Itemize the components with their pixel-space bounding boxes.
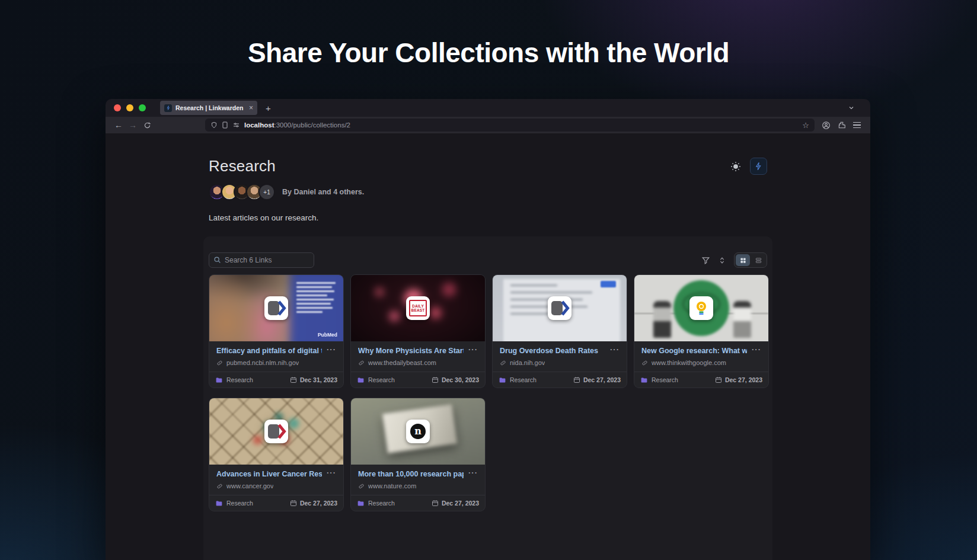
- link-icon: [500, 360, 506, 366]
- more-options-icon[interactable]: ···: [468, 347, 478, 353]
- collection-badge: Research: [226, 376, 253, 383]
- toolbar-right-icons: [822, 121, 861, 130]
- link-title[interactable]: Why More Physicists Are Starting to...: [358, 347, 464, 355]
- grid-view-button[interactable]: [736, 254, 750, 266]
- new-tab-button[interactable]: +: [266, 103, 271, 113]
- menu-hamburger-icon[interactable]: [853, 122, 861, 129]
- calendar-icon: [432, 376, 439, 383]
- sort-icon[interactable]: [718, 256, 726, 265]
- nida-favicon-badge: [548, 296, 571, 320]
- avatar-overflow-badge: +1: [258, 184, 275, 200]
- link-icon: [216, 360, 223, 366]
- calendar-icon: [290, 376, 297, 383]
- link-title[interactable]: New Google research: What we no...: [641, 347, 747, 355]
- collection-badge: Research: [652, 376, 678, 383]
- thinkwithgoogle-favicon-badge: [689, 296, 713, 320]
- permissions-sliders-icon[interactable]: [232, 121, 240, 129]
- link-date: Dec 27, 2023: [300, 500, 337, 507]
- close-tab-icon[interactable]: ×: [249, 104, 253, 112]
- view-toggle: [734, 252, 767, 268]
- linkwarden-logo[interactable]: [750, 158, 767, 175]
- tab-list-chevron-down-icon[interactable]: [848, 104, 855, 111]
- more-options-icon[interactable]: ···: [468, 470, 478, 476]
- links-panel: PubMed Efficacy and pitfalls of digital …: [203, 236, 772, 560]
- link-icon: [358, 483, 365, 489]
- link-title[interactable]: More than 10,000 research papers ...: [358, 470, 464, 478]
- more-options-icon[interactable]: ···: [327, 470, 336, 476]
- shield-icon[interactable]: [210, 121, 218, 129]
- window-controls: [114, 104, 146, 111]
- url-text: localhost:3000/public/collections/2: [244, 121, 798, 129]
- folder-icon: [215, 376, 223, 384]
- tab-title: Research | Linkwarden: [175, 104, 245, 111]
- back-button[interactable]: ←: [111, 118, 126, 132]
- link-card-nida[interactable]: Drug Overdose Death Rates ··· nida.nih.g…: [492, 274, 627, 388]
- link-card-dailybeast[interactable]: DAILYBEAST Why More Physicists Are Start…: [350, 274, 486, 388]
- search-icon: [213, 256, 221, 264]
- link-card-pubmed[interactable]: PubMed Efficacy and pitfalls of digital …: [209, 274, 344, 388]
- link-icon: [358, 360, 365, 366]
- filter-funnel-icon[interactable]: [701, 256, 710, 265]
- minimize-window-button[interactable]: [126, 104, 133, 111]
- extensions-puzzle-icon[interactable]: [838, 121, 846, 129]
- link-preview-image: [209, 398, 343, 465]
- link-card-thinkwithgoogle[interactable]: New Google research: What we no... ··· w…: [634, 274, 769, 388]
- folder-icon: [640, 376, 648, 384]
- collection-badge: Research: [226, 500, 253, 507]
- more-options-icon[interactable]: ···: [610, 347, 620, 353]
- search-input[interactable]: [209, 252, 314, 268]
- more-options-icon[interactable]: ···: [327, 347, 336, 353]
- calendar-icon: [715, 376, 722, 383]
- browser-toolbar: ← → localhost:3000/public/collections/2 …: [106, 117, 870, 133]
- collection-badge: Research: [510, 376, 537, 383]
- maximize-window-button[interactable]: [139, 104, 146, 111]
- link-title[interactable]: Efficacy and pitfalls of digital techn..…: [216, 347, 322, 355]
- link-preview-image: n: [351, 398, 485, 465]
- page-info-icon[interactable]: [222, 121, 228, 129]
- close-window-button[interactable]: [114, 104, 121, 111]
- link-title[interactable]: Drug Overdose Death Rates: [500, 347, 605, 355]
- cancer-favicon-badge: [264, 420, 288, 443]
- member-avatars: +1: [209, 184, 275, 200]
- link-date: Dec 27, 2023: [725, 376, 762, 383]
- collection-description: Latest articles on our research.: [209, 213, 767, 222]
- calendar-icon: [290, 500, 297, 507]
- url-path: :3000/public/collections/2: [274, 121, 350, 129]
- calendar-icon: [573, 376, 580, 383]
- calendar-icon: [432, 500, 439, 507]
- link-card-nature[interactable]: n More than 10,000 research papers ... ·…: [350, 398, 486, 511]
- reload-button[interactable]: [140, 118, 154, 132]
- nature-favicon-badge: n: [406, 420, 430, 443]
- browser-tabbar: Research | Linkwarden × +: [106, 99, 870, 117]
- link-date: Dec 27, 2023: [442, 500, 479, 507]
- links-grid: PubMed Efficacy and pitfalls of digital …: [209, 274, 767, 511]
- screenshot-stage: Share Your Collections with the World Re…: [0, 0, 977, 560]
- theme-toggle-sun-icon[interactable]: [730, 161, 741, 172]
- link-title[interactable]: Advances in Liver Cancer Research: [216, 470, 322, 478]
- forward-button[interactable]: →: [126, 118, 140, 132]
- link-card-cancer[interactable]: Advances in Liver Cancer Research ··· ww…: [209, 398, 344, 511]
- more-options-icon[interactable]: ···: [752, 347, 761, 353]
- linkwarden-favicon-icon: [164, 104, 172, 112]
- link-url: www.cancer.gov: [226, 482, 273, 489]
- linkwarden-page: Research: [106, 133, 870, 560]
- url-bar[interactable]: localhost:3000/public/collections/2 ☆: [205, 119, 815, 132]
- collection-title: Research: [209, 157, 276, 175]
- pubmed-logo: PubMed: [318, 332, 337, 338]
- link-date: Dec 30, 2023: [442, 376, 479, 383]
- browser-tab[interactable]: Research | Linkwarden ×: [160, 101, 257, 115]
- folder-icon: [499, 376, 506, 384]
- link-url: www.nature.com: [368, 482, 416, 489]
- link-preview-image: PubMed: [209, 275, 343, 341]
- collection-badge: Research: [368, 500, 395, 507]
- byline-text: By Daniel and 4 others.: [282, 188, 364, 196]
- link-icon: [216, 483, 223, 489]
- account-icon[interactable]: [822, 121, 831, 130]
- folder-icon: [357, 500, 365, 507]
- folder-icon: [215, 500, 223, 507]
- hero-title: Share Your Collections with the World: [0, 37, 977, 69]
- bookmark-star-icon[interactable]: ☆: [802, 121, 809, 130]
- link-url: www.thinkwithgoogle.com: [652, 359, 726, 366]
- dailybeast-favicon-badge: DAILYBEAST: [406, 296, 430, 320]
- list-view-button[interactable]: [751, 254, 765, 266]
